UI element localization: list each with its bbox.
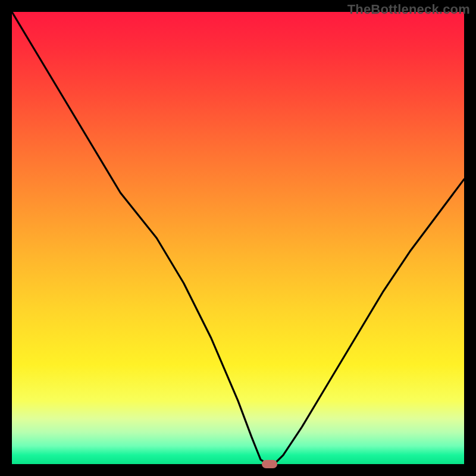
bottleneck-marker [262,460,277,468]
chart-frame: TheBottleneck.com [0,0,476,476]
watermark-text: TheBottleneck.com [347,2,470,17]
bottleneck-curve-path [12,12,464,464]
curve-svg [12,12,464,464]
plot-area [12,12,464,464]
